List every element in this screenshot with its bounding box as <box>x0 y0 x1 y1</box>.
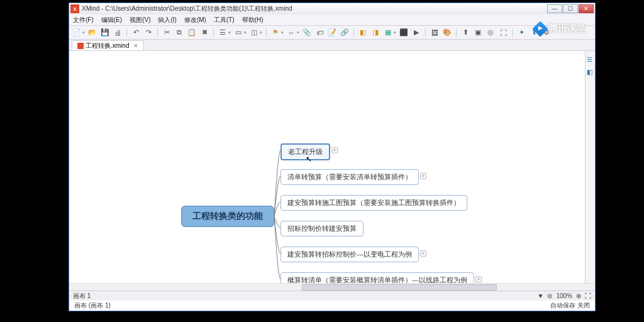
sheet-tab[interactable]: 画布 1 <box>73 292 91 301</box>
zoom-out-icon[interactable]: ⊖ <box>547 292 552 299</box>
share-icon[interactable]: ⬆ <box>460 28 470 38</box>
sidebar-properties-icon[interactable]: ◧ <box>587 69 594 76</box>
window-title: XMind - C:\Users\Administrator\Desktop\工… <box>82 4 547 13</box>
new-file-icon[interactable]: 📄 <box>72 28 82 38</box>
open-icon[interactable]: 📂 <box>87 28 97 38</box>
callout-icon[interactable]: ◨ <box>370 28 380 38</box>
mindmap-node[interactable]: 清单转预算（需要安装清单转预算插件） <box>280 169 419 185</box>
mindmap-node[interactable]: 建安预算转招标控制价---以变电工程为例 <box>280 247 419 262</box>
delete-icon[interactable]: ✖ <box>199 28 209 38</box>
copy-icon[interactable]: ⧉ <box>174 28 184 38</box>
mindmap-node[interactable]: 建安预算转施工图预算（需要安装施工图预算转换插件） <box>280 195 467 211</box>
mindmap-node[interactable]: 招标控制价转建安预算 <box>280 221 364 236</box>
separator <box>456 28 457 37</box>
share-blue-icon[interactable]: ✦ <box>516 28 526 38</box>
redo-icon[interactable]: ↷ <box>143 28 153 38</box>
tab-close-icon[interactable]: ✕ <box>133 43 138 49</box>
expand-icon[interactable]: + <box>420 173 426 179</box>
canvas[interactable]: 工程转换类的功能 老工程升级+清单转预算（需要安装清单转预算插件）+建安预算转施… <box>69 51 585 283</box>
separator <box>126 28 127 37</box>
marker-icon[interactable]: ⚑ <box>270 28 280 38</box>
status-autosave: 自动保存 关闭 <box>550 301 590 310</box>
note-icon[interactable]: 📝 <box>327 28 337 38</box>
central-topic[interactable]: 工程转换类的功能 <box>181 206 274 227</box>
export-icon[interactable]: ▣ <box>473 28 483 38</box>
relationship-icon[interactable]: ↔ <box>286 28 296 38</box>
wallpaper-icon[interactable]: 🖼 <box>430 28 440 38</box>
horizontal-scrollbar[interactable] <box>69 283 595 291</box>
separator <box>213 28 214 37</box>
fit-icon[interactable]: ⛶ <box>498 28 508 38</box>
menu-item[interactable]: 编辑(E) <box>100 15 123 25</box>
zoom-level: 100% <box>556 292 572 299</box>
theme-icon[interactable]: 🎨 <box>442 28 452 38</box>
expand-icon[interactable]: + <box>331 147 338 153</box>
menu-item[interactable]: 修改(M) <box>183 15 208 25</box>
sidebar-outline-icon[interactable]: ☰ <box>587 56 594 64</box>
summary-icon[interactable]: ◧ <box>358 28 368 38</box>
outline-icon[interactable]: ☰ <box>218 28 228 38</box>
mindmap-node[interactable]: 老工程升级 <box>280 143 330 160</box>
tab-file-icon <box>77 43 84 49</box>
separator <box>512 28 513 37</box>
app-window: X XMind - C:\Users\Administrator\Desktop… <box>69 3 596 311</box>
boundary-icon[interactable]: ◫ <box>249 28 259 38</box>
filter-icon[interactable]: ▼ <box>538 292 544 299</box>
right-sidebar: ☰ ◧ <box>585 51 595 283</box>
brand-text: 腾讯课堂 <box>548 23 586 35</box>
mindmap-node[interactable]: 概算转清单（需要安装概算转清单插件）---以线路工程为例 <box>280 272 474 283</box>
print-icon[interactable]: 🖨 <box>113 28 123 38</box>
separator <box>425 28 426 37</box>
presentation-icon[interactable]: ▶ <box>411 28 421 38</box>
app-icon: X <box>70 4 79 13</box>
zoom-in-icon[interactable]: ⊕ <box>576 292 581 299</box>
topic-icon[interactable]: ▭ <box>233 28 243 38</box>
close-button[interactable]: ✕ <box>579 4 594 13</box>
zoom-controls: ▼ ⊖ 100% ⊕ ⛶ <box>538 292 591 299</box>
menubar: 文件(F)编辑(E)视图(V)插入(I)修改(M)工具(T)帮助(H) <box>69 14 595 26</box>
separator <box>266 28 267 37</box>
main-row: 工程转换类的功能 老工程升级+清单转预算（需要安装清单转预算插件）+建安预算转施… <box>69 51 595 283</box>
expand-icon[interactable]: + <box>420 250 426 257</box>
brand-watermark: 腾讯课堂 <box>535 23 586 35</box>
attachment-icon[interactable]: 📎 <box>302 28 312 38</box>
titlebar: X XMind - C:\Users\Administrator\Desktop… <box>69 3 595 14</box>
cut-icon[interactable]: ✂ <box>162 28 172 38</box>
fit-page-icon[interactable]: ⛶ <box>585 292 591 299</box>
window-controls: — ☐ ✕ <box>547 4 594 13</box>
tabs: 工程转换.xmind ✕ <box>69 40 595 51</box>
maximize-button[interactable]: ☐ <box>563 4 578 13</box>
status-left: 画布 (画布 1) <box>74 301 111 310</box>
hyperlink-icon[interactable]: 🔗 <box>340 28 350 38</box>
status-bar: 画布 (画布 1) 自动保存 关闭 <box>69 301 595 311</box>
tab-file[interactable]: 工程转换.xmind ✕ <box>72 40 144 50</box>
separator <box>157 28 158 37</box>
separator <box>353 28 354 37</box>
expand-icon[interactable]: + <box>475 276 482 282</box>
undo-icon[interactable]: ↶ <box>131 28 141 38</box>
menu-item[interactable]: 视图(V) <box>128 15 152 25</box>
menu-item[interactable]: 文件(F) <box>72 15 95 25</box>
menu-item[interactable]: 工具(T) <box>213 15 236 25</box>
brand-icon <box>532 21 548 36</box>
tab-label: 工程转换.xmind <box>86 42 129 50</box>
menu-item[interactable]: 帮助(H) <box>241 15 265 25</box>
save-icon[interactable]: 💾 <box>100 28 110 38</box>
layout-icon[interactable]: ⬛ <box>399 28 409 38</box>
minimize-button[interactable]: — <box>547 4 562 13</box>
toolbar: 📄▾ 📂 💾 🖨 ↶ ↷ ✂ ⧉ 📋 ✖ ☰▾ ▭▾ ◫▾ ⚑▾ ↔▾ 📎 🏷 … <box>69 26 595 40</box>
drill-icon[interactable]: ▦ <box>383 28 393 38</box>
paste-icon[interactable]: 📋 <box>187 28 197 38</box>
sheet-bar: 画布 1 ▼ ⊖ 100% ⊕ ⛶ <box>69 291 595 301</box>
map-shot-icon[interactable]: ◎ <box>486 28 496 38</box>
menu-item[interactable]: 插入(I) <box>157 15 177 25</box>
label-icon[interactable]: 🏷 <box>314 28 325 38</box>
scroll-thumb[interactable] <box>302 284 497 291</box>
